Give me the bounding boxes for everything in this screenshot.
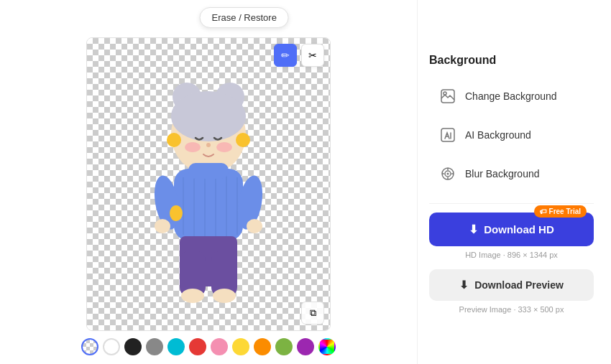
swatch-black[interactable]	[124, 338, 142, 355]
ai-background-item[interactable]: AI Background	[429, 117, 594, 153]
svg-point-7	[216, 142, 232, 152]
swatch-purple[interactable]	[297, 338, 314, 355]
svg-point-19	[170, 205, 183, 221]
blur-background-item[interactable]: Blur Background	[429, 156, 594, 192]
swatch-cyan[interactable]	[167, 338, 185, 355]
svg-point-28	[444, 92, 446, 95]
swatch-green[interactable]	[275, 338, 293, 355]
download-hd-label: Download HD	[484, 223, 554, 235]
hd-image-info: HD Image · 896 × 1344 px	[429, 251, 594, 259]
eraser-tool-button[interactable]: ✂	[301, 44, 324, 67]
svg-point-32	[447, 172, 449, 174]
preview-image-info: Preview Image · 333 × 500 px	[429, 305, 594, 314]
copy-button[interactable]: ⧉	[301, 302, 324, 325]
erase-restore-button[interactable]: Erase / Restore	[200, 7, 289, 28]
scissors-icon: ✂	[308, 50, 317, 61]
download-preview-button[interactable]: ⬇ Download Preview	[429, 269, 594, 301]
download-hd-icon: ⬇	[469, 223, 478, 236]
swatch-gray[interactable]	[146, 338, 163, 355]
svg-rect-16	[188, 163, 229, 179]
svg-point-3	[171, 91, 246, 141]
swatch-transparent[interactable]	[81, 338, 98, 355]
svg-point-26	[213, 289, 236, 303]
app-container: Erase / Restore	[0, 0, 611, 364]
swatch-rainbow[interactable]	[318, 338, 336, 355]
svg-point-21	[247, 219, 262, 233]
ai-bg-label: AI Background	[465, 129, 531, 141]
download-preview-icon: ⬇	[459, 279, 469, 291]
svg-point-6	[185, 142, 201, 152]
swatch-red[interactable]	[189, 338, 206, 355]
svg-point-20	[155, 219, 170, 233]
change-bg-label: Change Background	[465, 90, 557, 102]
svg-point-25	[181, 289, 204, 303]
brush-icon: ✏	[281, 50, 290, 61]
canvas-area: ✏ ✂ ⧉	[86, 37, 331, 331]
download-hd-button[interactable]: 🏷 Free Trial ⬇ Download HD	[429, 213, 594, 246]
character-illustration	[137, 62, 280, 307]
right-panel: Background Change Background AI Back	[417, 0, 611, 364]
svg-point-8	[206, 143, 211, 147]
ai-bg-icon	[438, 125, 458, 145]
swatch-pink[interactable]	[211, 338, 228, 355]
download-preview-label: Download Preview	[474, 279, 564, 291]
brush-tool-button[interactable]: ✏	[274, 44, 297, 67]
copy-icon: ⧉	[310, 307, 316, 319]
gift-icon: 🏷	[540, 207, 547, 215]
svg-point-5	[236, 133, 250, 147]
divider	[429, 203, 594, 204]
free-trial-badge: 🏷 Free Trial	[534, 205, 587, 218]
svg-rect-9	[174, 169, 243, 241]
swatch-orange[interactable]	[254, 338, 271, 355]
section-title: Background	[429, 54, 594, 67]
blur-bg-icon	[438, 164, 458, 184]
tool-buttons: ✏ ✂	[274, 44, 324, 67]
color-swatches	[81, 338, 336, 355]
blur-bg-label: Blur Background	[465, 168, 540, 179]
change-background-item[interactable]: Change Background	[429, 78, 594, 114]
left-panel: Erase / Restore	[0, 0, 417, 364]
change-bg-icon	[438, 86, 458, 106]
swatch-white[interactable]	[103, 338, 120, 355]
swatch-yellow[interactable]	[232, 338, 249, 355]
svg-point-4	[167, 133, 181, 147]
